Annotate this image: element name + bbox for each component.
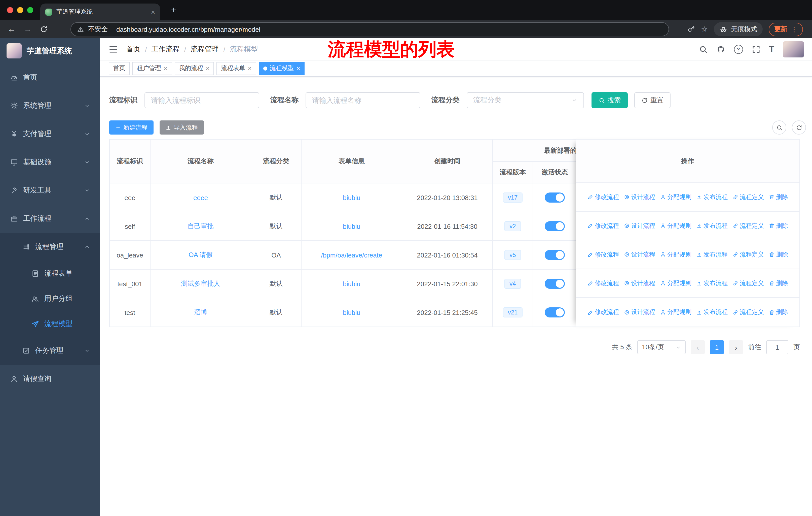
browser-update-button[interactable]: 更新 ⋮ (769, 22, 803, 36)
sidebar-item-workflow[interactable]: 工作流程 (0, 205, 100, 233)
sidebar-collapse-icon[interactable] (108, 44, 118, 54)
action-definition[interactable]: 流程定义 (732, 221, 764, 230)
action-modify[interactable]: 修改流程 (587, 221, 619, 230)
tab-close-icon[interactable]: × (151, 8, 155, 16)
process-name-link[interactable]: 自己审批 (187, 222, 214, 230)
sidebar-item-leave-query[interactable]: 请假查询 (0, 365, 100, 393)
action-design[interactable]: 设计流程 (624, 279, 655, 288)
process-name-link[interactable]: OA 请假 (188, 251, 212, 259)
tag-tenant-management[interactable]: 租户管理 × (133, 62, 172, 75)
form-info-link[interactable]: /bpm/oa/leave/create (321, 251, 382, 259)
breadcrumb-home[interactable]: 首页 (126, 45, 141, 54)
active-toggle[interactable] (545, 192, 565, 202)
reset-button[interactable]: 重置 (634, 92, 671, 108)
search-icon[interactable] (698, 45, 707, 54)
refresh-table-button[interactable] (792, 120, 806, 135)
action-assign-rules[interactable]: 分配规则 (660, 279, 691, 288)
process-name-link[interactable]: eeee (193, 194, 208, 201)
active-toggle[interactable] (545, 279, 565, 289)
browser-tab[interactable]: 芋道管理系统 × (40, 3, 160, 20)
page-number-current[interactable]: 1 (710, 340, 724, 354)
form-info-link[interactable]: biubiu (343, 222, 360, 230)
action-modify[interactable]: 修改流程 (587, 193, 619, 201)
reload-button[interactable] (37, 23, 50, 36)
form-info-link[interactable]: biubiu (343, 309, 360, 316)
bookmark-star-icon[interactable]: ☆ (701, 25, 708, 34)
action-assign-rules[interactable]: 分配规则 (660, 250, 691, 259)
close-icon[interactable]: × (206, 65, 209, 72)
action-design[interactable]: 设计流程 (624, 250, 655, 259)
action-assign-rules[interactable]: 分配规则 (660, 221, 691, 230)
tag-my-process[interactable]: 我的流程 × (174, 62, 214, 75)
font-size-icon[interactable]: T (769, 44, 774, 54)
action-delete[interactable]: 删除 (768, 279, 788, 288)
help-icon[interactable]: ? (734, 45, 743, 54)
tag-home[interactable]: 首页 (109, 62, 130, 75)
breadcrumb-process-management[interactable]: 流程管理 (191, 45, 219, 54)
breadcrumb-workflow[interactable]: 工作流程 (151, 45, 180, 54)
sidebar-item-process-model[interactable]: 流程模型 (0, 311, 100, 336)
goto-page-input[interactable] (766, 340, 788, 354)
active-toggle[interactable] (545, 307, 565, 318)
action-delete[interactable]: 删除 (768, 250, 788, 259)
sidebar-item-infrastructure[interactable]: 基础设施 (0, 148, 100, 176)
action-assign-rules[interactable]: 分配规则 (660, 193, 691, 201)
process-id-input[interactable] (144, 92, 259, 108)
action-design[interactable]: 设计流程 (624, 221, 655, 230)
import-process-button[interactable]: 导入流程 (160, 120, 204, 135)
search-button[interactable]: 搜索 (591, 92, 628, 108)
sidebar-item-devtools[interactable]: 研发工具 (0, 176, 100, 205)
form-info-link[interactable]: biubiu (343, 194, 360, 201)
action-definition[interactable]: 流程定义 (732, 279, 764, 288)
action-design[interactable]: 设计流程 (624, 193, 655, 201)
action-delete[interactable]: 删除 (768, 221, 788, 230)
action-publish[interactable]: 发布流程 (696, 308, 728, 317)
zoom-window-button[interactable] (27, 7, 33, 13)
action-design[interactable]: 设计流程 (624, 308, 655, 317)
github-icon[interactable] (716, 45, 725, 54)
close-icon[interactable]: × (296, 65, 300, 72)
form-info-link[interactable]: biubiu (343, 280, 360, 288)
close-window-button[interactable] (7, 7, 13, 13)
new-tab-button[interactable]: + (168, 4, 179, 16)
user-avatar[interactable] (783, 41, 804, 57)
action-delete[interactable]: 删除 (768, 193, 788, 201)
action-modify[interactable]: 修改流程 (587, 250, 619, 259)
sidebar-item-user-group[interactable]: 用户分组 (0, 286, 100, 311)
prev-page-button[interactable]: ‹ (691, 340, 705, 354)
browser-menu-icon[interactable]: ⋮ (791, 25, 798, 33)
back-button[interactable]: ← (5, 23, 18, 36)
sidebar-item-process-management[interactable]: 流程管理 (0, 233, 100, 261)
action-definition[interactable]: 流程定义 (732, 250, 764, 259)
action-modify[interactable]: 修改流程 (587, 279, 619, 288)
sidebar-item-system[interactable]: 系统管理 (0, 92, 100, 120)
action-publish[interactable]: 发布流程 (696, 279, 728, 288)
next-page-button[interactable]: › (729, 340, 743, 354)
sidebar-item-task-management[interactable]: 任务管理 (0, 336, 100, 365)
active-toggle[interactable] (545, 221, 565, 231)
action-assign-rules[interactable]: 分配规则 (660, 308, 691, 317)
sidebar-item-payment[interactable]: 支付管理 (0, 120, 100, 148)
forward-button[interactable]: → (21, 23, 34, 36)
action-publish[interactable]: 发布流程 (696, 193, 728, 201)
tag-process-model-active[interactable]: 流程模型 × (259, 62, 305, 75)
process-name-link[interactable]: 测试多审批人 (181, 280, 220, 287)
password-key-icon[interactable] (687, 25, 695, 33)
sidebar-item-process-form[interactable]: 流程表单 (0, 261, 100, 286)
tag-process-form[interactable]: 流程表单 × (216, 62, 256, 75)
action-definition[interactable]: 流程定义 (732, 308, 764, 317)
process-name-input[interactable] (306, 92, 420, 108)
sidebar-item-home[interactable]: 首页 (0, 63, 100, 92)
show-search-button[interactable] (772, 120, 786, 135)
process-category-select[interactable]: 流程分类 (467, 92, 584, 108)
action-publish[interactable]: 发布流程 (696, 221, 728, 230)
close-icon[interactable]: × (248, 65, 252, 72)
process-name-link[interactable]: 滔博 (194, 308, 207, 316)
action-delete[interactable]: 删除 (768, 308, 788, 317)
action-modify[interactable]: 修改流程 (587, 308, 619, 317)
page-size-select[interactable]: 10条/页 (637, 340, 686, 354)
address-bar[interactable]: 不安全 dashboard.yudao.iocoder.cn/bpm/manag… (70, 22, 669, 36)
fullscreen-icon[interactable] (751, 45, 760, 54)
close-icon[interactable]: × (164, 65, 167, 72)
active-toggle[interactable] (545, 250, 565, 260)
